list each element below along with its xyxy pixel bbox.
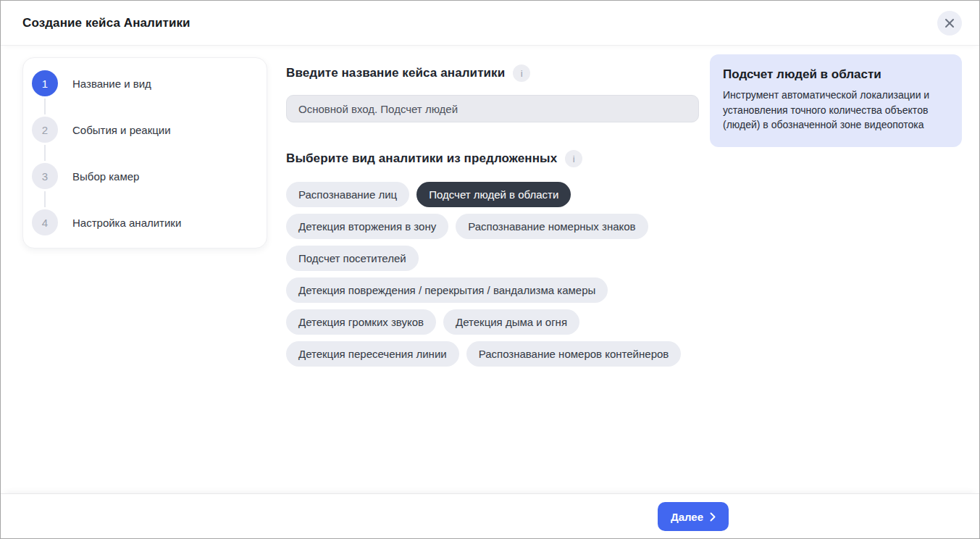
dialog-title: Создание кейса Аналитики bbox=[22, 16, 190, 30]
chevron-right-icon bbox=[710, 512, 716, 522]
analytics-type-chips: Распознавание лицПодсчет людей в области… bbox=[286, 182, 699, 367]
step-label: Выбор камер bbox=[72, 170, 139, 183]
stepper-step-4[interactable]: 4Настройка аналитики bbox=[32, 209, 255, 235]
step-number-badge: 3 bbox=[32, 163, 58, 189]
analytics-type-chip[interactable]: Распознавание номеров контейнеров bbox=[466, 341, 682, 367]
type-info-icon[interactable]: i bbox=[565, 150, 582, 167]
analytics-type-chip[interactable]: Детекция дыма и огня bbox=[443, 309, 579, 335]
step-label: Настройка аналитики bbox=[72, 217, 181, 229]
stepper-step-3[interactable]: 3Выбор камер bbox=[32, 163, 255, 189]
close-button[interactable] bbox=[937, 11, 962, 35]
stepper-steps: 1Название и вид2События и реакции3Выбор … bbox=[32, 70, 255, 235]
analytics-info-panel: Подсчет людей в области Инструмент автом… bbox=[710, 54, 962, 147]
step-number-badge: 1 bbox=[32, 70, 58, 96]
stepper-step-1[interactable]: 1Название и вид bbox=[32, 70, 255, 96]
main-form: Введите название кейса аналитики i Выбер… bbox=[286, 64, 699, 367]
close-icon bbox=[945, 18, 955, 28]
analytics-type-chip[interactable]: Детекция громких звуков bbox=[286, 309, 436, 335]
analytics-type-chip[interactable]: Детекция вторжения в зону bbox=[286, 214, 448, 239]
dialog-footer: Далее bbox=[1, 493, 979, 538]
analytics-type-chip[interactable]: Подсчет людей в области bbox=[416, 182, 571, 207]
next-button[interactable]: Далее bbox=[658, 502, 729, 531]
analytics-type-chip[interactable]: Детекция пересечения линии bbox=[286, 341, 459, 367]
analytics-type-chip[interactable]: Распознавание номерных знаков bbox=[456, 214, 648, 239]
info-panel-description: Инструмент автоматической локализации и … bbox=[723, 88, 949, 133]
step-number-badge: 2 bbox=[32, 117, 58, 143]
stepper-card: 1Название и вид2События и реакции3Выбор … bbox=[22, 57, 267, 248]
type-section-heading: Выберите вид аналитики из предложенных bbox=[286, 151, 557, 166]
dialog-header: Создание кейса Аналитики bbox=[1, 1, 979, 46]
next-button-label: Далее bbox=[671, 511, 703, 523]
info-panel-title: Подсчет людей в области bbox=[723, 67, 949, 82]
type-section: Выберите вид аналитики из предложенных i… bbox=[286, 150, 699, 367]
analytics-type-chip[interactable]: Детекция повреждения / перекрытия / ванд… bbox=[286, 277, 608, 303]
step-label: Название и вид bbox=[72, 78, 151, 90]
name-info-icon[interactable]: i bbox=[513, 64, 530, 82]
create-analytics-case-dialog: Создание кейса Аналитики 1Название и вид… bbox=[0, 0, 980, 539]
stepper-step-2[interactable]: 2События и реакции bbox=[32, 117, 255, 143]
analytics-type-chip[interactable]: Подсчет посетителей bbox=[286, 246, 419, 271]
name-section-heading-row: Введите название кейса аналитики i bbox=[286, 64, 699, 82]
type-section-heading-row: Выберите вид аналитики из предложенных i bbox=[286, 150, 699, 167]
step-label: События и реакции bbox=[72, 124, 171, 136]
name-section-heading: Введите название кейса аналитики bbox=[286, 66, 505, 80]
case-name-input[interactable] bbox=[286, 95, 699, 122]
analytics-type-chip[interactable]: Распознавание лиц bbox=[286, 182, 409, 207]
step-number-badge: 4 bbox=[32, 209, 58, 235]
